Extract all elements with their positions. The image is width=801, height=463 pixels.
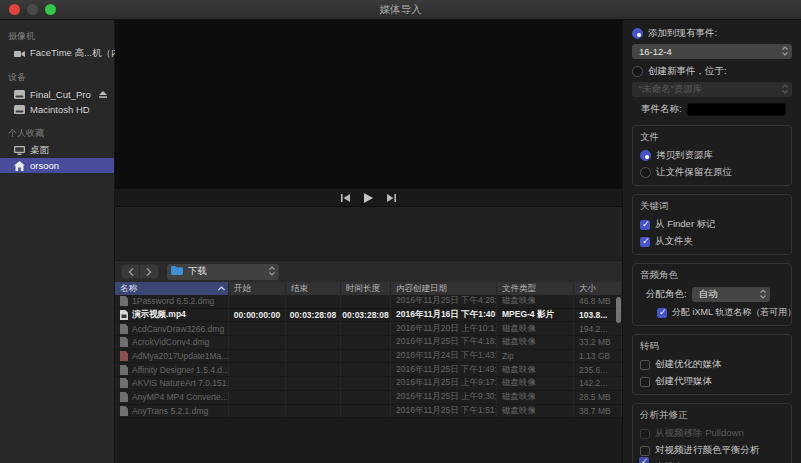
sidebar-item-orsoon[interactable]: orsoon (0, 158, 114, 173)
transcode-group: 转码 创建优化的媒体 创建代理媒体 (632, 334, 792, 395)
radio-unselected-icon[interactable] (640, 167, 651, 178)
column-header-duration[interactable]: 时间长度 (341, 282, 391, 295)
forward-button[interactable] (140, 264, 159, 279)
assign-role-label: 分配角色: (646, 288, 687, 301)
archive-file-icon (120, 351, 128, 361)
checkbox-unchecked-icon[interactable] (640, 360, 650, 370)
copy-to-library-option[interactable]: 拷贝到资源库 (640, 149, 784, 162)
from-folders-option[interactable]: 从文件夹 (640, 235, 784, 248)
leave-in-place-option[interactable]: 让文件保留在原位 (640, 166, 784, 179)
file-table-header: 名称 开始 结束 时间长度 内容创建日期 文件类型 大小 (115, 282, 622, 295)
color-balance-option[interactable]: 对视频进行颜色平衡分析 (640, 444, 784, 457)
checkbox-checked-icon[interactable] (640, 220, 650, 230)
proxy-media-option[interactable]: 创建代理媒体 (640, 375, 784, 388)
camera-icon (14, 50, 25, 58)
checkbox-unchecked-icon[interactable] (640, 446, 650, 456)
sort-ascending-icon (218, 286, 225, 291)
remove-pulldown-option: 从视频移除 Pulldown (640, 427, 784, 440)
file-icon (120, 337, 128, 347)
sidebar-item-label: Final_Cut_Pro (30, 89, 91, 100)
skip-forward-button[interactable] (387, 194, 396, 202)
skip-back-button[interactable] (341, 194, 350, 202)
titlebar: 媒体导入 (0, 0, 801, 20)
column-header-end[interactable]: 结束 (286, 282, 341, 295)
folder-dropdown[interactable]: 下载 (167, 264, 279, 280)
file-table: 1Password 6.5.2.dmg 2016年11月25日 下午4:28:.… (115, 295, 622, 463)
checkbox-disabled-icon (640, 429, 650, 439)
table-scrollbar[interactable] (616, 297, 621, 416)
sidebar-item-label: 桌面 (30, 144, 49, 157)
existing-event-dropdown[interactable]: 16-12-4 (632, 44, 792, 59)
file-icon (120, 378, 128, 388)
media-preview-area (115, 20, 622, 188)
table-row[interactable]: AKVIS NatureArt 7.0.151... 2016年11月25日 上… (115, 377, 622, 391)
sidebar-section-favorites: 个人收藏 (0, 123, 114, 143)
table-row[interactable]: AdMya2017Update1Ma... 2016年11月24日 下午1:43… (115, 350, 622, 364)
preview-and-browser: 下载 名称 开始 结束 时间长度 内容创建日期 文件类型 (115, 20, 622, 463)
column-header-start[interactable]: 开始 (229, 282, 286, 295)
file-icon (120, 365, 128, 375)
finder-tags-option[interactable]: 从 Finder 标记 (640, 218, 784, 231)
sidebar-item-facetime-camera[interactable]: FaceTime 高...机（内建） (0, 46, 114, 61)
optimized-media-option[interactable]: 创建优化的媒体 (640, 358, 784, 371)
drive-icon (14, 105, 25, 114)
drive-icon (14, 90, 25, 99)
assign-role-dropdown[interactable]: 自动 (692, 287, 770, 302)
folder-dropdown-value: 下载 (188, 265, 207, 278)
radio-selected-icon[interactable] (632, 28, 643, 39)
back-button[interactable] (121, 264, 140, 279)
play-button[interactable] (364, 193, 373, 203)
column-header-date[interactable]: 内容创建日期 (391, 282, 497, 295)
updown-arrows-icon (782, 84, 788, 96)
column-header-type[interactable]: 文件类型 (497, 282, 574, 295)
file-icon (120, 406, 128, 416)
event-name-label: 事件名称: (641, 103, 682, 116)
media-import-window: 媒体导入 摄像机 FaceTime 高...机（内建） 设备 Final_Cut… (0, 0, 801, 463)
library-dropdown: “未命名”资源库 (632, 82, 792, 97)
checkbox-unchecked-icon[interactable] (640, 377, 650, 387)
updown-arrows-icon (760, 289, 766, 301)
checkbox-checked-icon[interactable] (657, 308, 667, 318)
sidebar-item-label: orsoon (30, 160, 59, 171)
updown-arrows-icon (782, 46, 788, 58)
radio-selected-icon[interactable] (640, 150, 651, 161)
checkbox-checked-icon[interactable] (640, 237, 650, 247)
file-icon (120, 392, 128, 402)
column-header-name[interactable]: 名称 (115, 282, 229, 295)
folder-icon (171, 266, 183, 277)
sidebar-item-desktop[interactable]: 桌面 (0, 143, 114, 158)
sidebar-section-cameras: 摄像机 (0, 26, 114, 46)
history-nav (121, 264, 159, 279)
ixml-track-names-option[interactable]: 分配 iXML 轨道名称（若可用） (657, 306, 784, 319)
table-row[interactable]: AcdCanvDraw3266.dmg 2016年11月20日 上午10:1..… (115, 322, 622, 336)
updown-arrows-icon (269, 266, 275, 278)
table-row[interactable]: AnyTrans 5.2.1.dmg 2016年11月25日 下午1:51:..… (115, 405, 622, 419)
home-icon (14, 161, 25, 171)
create-new-event-option[interactable]: 创建新事件，位于: (632, 65, 792, 78)
window-title: 媒体导入 (0, 3, 801, 17)
file-icon (120, 324, 128, 334)
table-row-media[interactable]: 演示视频.mp4 00:00:00:00 00:03:28:08 00:03:2… (115, 309, 622, 323)
eject-icon[interactable] (99, 89, 107, 100)
event-name-input[interactable] (687, 103, 786, 116)
table-row[interactable]: AcrokVidConv4.dmg 2016年11月25日 下午4:18:...… (115, 336, 622, 350)
checkbox-checked-icon[interactable] (639, 457, 649, 463)
folder-navigation-bar: 下载 (115, 260, 622, 282)
add-to-existing-event-option[interactable]: 添加到现有事件: (632, 27, 792, 40)
transport-controls (115, 188, 622, 207)
column-header-size[interactable]: 大小 (574, 282, 622, 295)
keywords-group: 关键词 从 Finder 标记 从文件夹 (632, 194, 792, 255)
import-options-panel: 添加到现有事件: 16-12-4 创建新事件，位于: “未命名”资源库 事件名称… (622, 20, 801, 463)
cutoff-option-partial[interactable] (639, 457, 649, 463)
table-row[interactable]: 1Password 6.5.2.dmg 2016年11月25日 下午4:28:.… (115, 295, 622, 309)
source-sidebar: 摄像机 FaceTime 高...机（内建） 设备 Final_Cut_Pro (0, 20, 115, 463)
sidebar-item-final-cut-pro[interactable]: Final_Cut_Pro (0, 87, 114, 102)
table-row[interactable]: Affinity Designer 1.5.4.d... 2016年11月25日… (115, 363, 622, 377)
files-group: 文件 拷贝到资源库 让文件保留在原位 (632, 125, 792, 186)
radio-unselected-icon[interactable] (632, 66, 643, 77)
sidebar-item-macintosh-hd[interactable]: Macintosh HD (0, 102, 114, 117)
sidebar-section-devices: 设备 (0, 67, 114, 87)
table-row[interactable]: AnyMP4 MP4 Converte... 2016年11月25日 上午9:3… (115, 391, 622, 405)
analyze-group: 分析并修正 从视频移除 Pulldown 对视频进行颜色平衡分析 查找人物 合并… (632, 403, 792, 463)
audio-roles-group: 音频角色 分配角色: 自动 分配 iXML 轨道名称（若可用） (632, 263, 792, 326)
